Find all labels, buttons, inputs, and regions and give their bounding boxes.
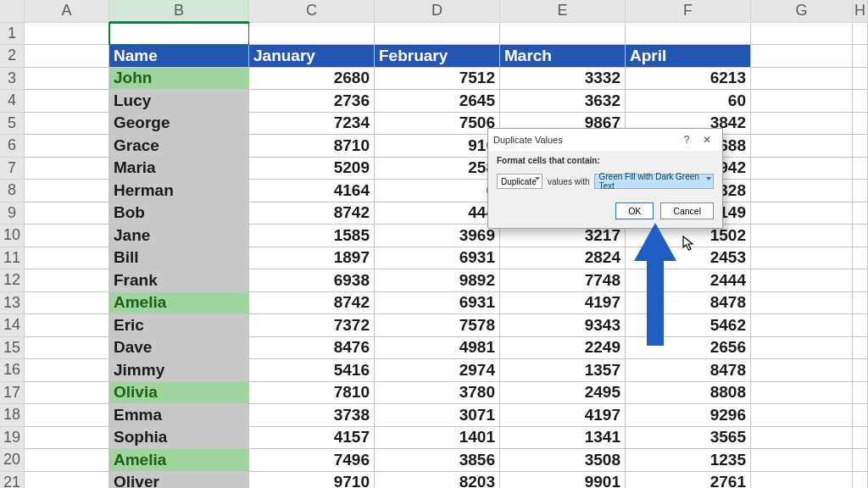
cell[interactable] [853, 90, 868, 113]
value-cell[interactable]: 3071 [375, 404, 500, 427]
cell[interactable] [853, 292, 868, 315]
cell[interactable] [751, 202, 853, 225]
close-icon[interactable]: ✕ [697, 132, 717, 147]
name-cell[interactable]: Sophia [109, 427, 249, 450]
value-cell[interactable]: 2444 [626, 269, 751, 292]
row-header-16[interactable]: 16 [0, 359, 25, 382]
name-cell[interactable]: Bob [109, 202, 249, 225]
cell[interactable] [25, 337, 109, 360]
cell[interactable] [25, 90, 109, 113]
value-cell[interactable]: 6938 [249, 269, 375, 292]
value-cell[interactable]: 3632 [500, 90, 626, 113]
cell[interactable] [751, 247, 853, 270]
value-cell[interactable]: 8742 [249, 202, 375, 225]
row-header-17[interactable]: 17 [0, 382, 25, 405]
cell[interactable] [25, 158, 109, 180]
value-cell[interactable]: 4981 [375, 337, 500, 360]
cell[interactable] [25, 113, 109, 136]
name-cell[interactable]: Oliver [109, 472, 249, 489]
cell[interactable] [751, 135, 853, 158]
value-cell[interactable]: 8203 [375, 472, 500, 489]
cell[interactable] [500, 23, 626, 46]
col-header-B[interactable]: B [109, 0, 249, 23]
value-cell[interactable]: 5462 [626, 314, 751, 337]
table-header-month[interactable]: March [500, 45, 626, 68]
value-cell[interactable]: 4197 [500, 292, 626, 315]
row-header-10[interactable]: 10 [0, 225, 25, 247]
cell[interactable] [751, 269, 853, 292]
cell[interactable] [25, 180, 109, 202]
value-cell[interactable]: 2680 [249, 68, 375, 91]
col-header-E[interactable]: E [500, 0, 626, 23]
value-cell[interactable]: 9343 [500, 314, 626, 337]
row-header-12[interactable]: 12 [0, 269, 25, 292]
value-cell[interactable]: 2656 [626, 337, 751, 360]
cell[interactable] [853, 247, 868, 270]
name-cell[interactable]: Grace [109, 135, 249, 158]
row-header-18[interactable]: 18 [0, 404, 25, 427]
row-header-6[interactable]: 6 [0, 135, 25, 158]
row-header-4[interactable]: 4 [0, 90, 25, 113]
value-cell[interactable]: 1357 [500, 359, 626, 382]
value-cell[interactable]: 6 [375, 180, 500, 202]
cell[interactable] [751, 449, 853, 472]
value-cell[interactable]: 5209 [249, 158, 375, 180]
cell[interactable] [25, 472, 109, 489]
value-cell[interactable]: 5416 [249, 359, 375, 382]
value-cell[interactable]: 2645 [375, 90, 500, 113]
ok-button[interactable]: OK [615, 202, 654, 219]
value-cell[interactable]: 4157 [249, 427, 375, 450]
cell[interactable] [25, 449, 109, 472]
cell[interactable] [853, 449, 868, 472]
table-header-month[interactable]: April [626, 45, 751, 68]
cell[interactable] [751, 225, 853, 247]
name-cell[interactable]: Jane [109, 225, 249, 247]
table-header-month[interactable]: February [375, 45, 500, 68]
cell[interactable] [751, 45, 853, 68]
value-cell[interactable]: 60 [626, 90, 751, 113]
cell[interactable] [853, 68, 868, 91]
cell[interactable] [25, 404, 109, 427]
value-cell[interactable]: 2974 [375, 359, 500, 382]
value-cell[interactable]: 9892 [375, 269, 500, 292]
cell[interactable] [751, 427, 853, 450]
value-cell[interactable]: 2249 [500, 337, 626, 360]
cell[interactable] [25, 382, 109, 405]
value-cell[interactable]: 7506 [375, 113, 500, 136]
row-header-8[interactable]: 8 [0, 180, 25, 202]
cell[interactable] [751, 292, 853, 315]
name-cell[interactable]: Eric [109, 314, 249, 337]
col-header-H[interactable]: H [853, 0, 868, 23]
cell[interactable] [853, 382, 868, 405]
name-cell[interactable]: Emma [109, 404, 249, 427]
value-cell[interactable]: 7512 [375, 68, 500, 91]
cell[interactable] [853, 135, 868, 158]
value-cell[interactable]: 4164 [249, 180, 375, 202]
value-cell[interactable]: 1235 [626, 449, 751, 472]
help-icon[interactable]: ? [676, 132, 697, 147]
value-cell[interactable]: 2761 [626, 472, 751, 489]
value-cell[interactable]: 9710 [249, 472, 375, 489]
row-header-20[interactable]: 20 [0, 449, 25, 472]
value-cell[interactable]: 2453 [626, 247, 751, 270]
cell[interactable] [25, 359, 109, 382]
value-cell[interactable]: 3332 [500, 68, 626, 91]
cell[interactable] [25, 23, 109, 46]
value-cell[interactable]: 8476 [249, 337, 375, 360]
col-header-C[interactable]: C [249, 0, 375, 23]
value-cell[interactable]: 1585 [249, 225, 375, 247]
cell[interactable] [751, 68, 853, 91]
cell[interactable] [25, 202, 109, 225]
name-cell[interactable]: Amelia [109, 449, 249, 472]
cell[interactable] [25, 314, 109, 337]
cell[interactable] [853, 404, 868, 427]
row-header-19[interactable]: 19 [0, 427, 25, 450]
cell[interactable] [853, 202, 868, 225]
cell[interactable] [25, 292, 109, 315]
row-header-11[interactable]: 11 [0, 247, 25, 270]
cell[interactable] [853, 180, 868, 202]
cell[interactable] [109, 23, 249, 46]
row-header-2[interactable]: 2 [0, 45, 25, 68]
row-header-15[interactable]: 15 [0, 337, 25, 360]
value-cell[interactable]: 9296 [626, 404, 751, 427]
